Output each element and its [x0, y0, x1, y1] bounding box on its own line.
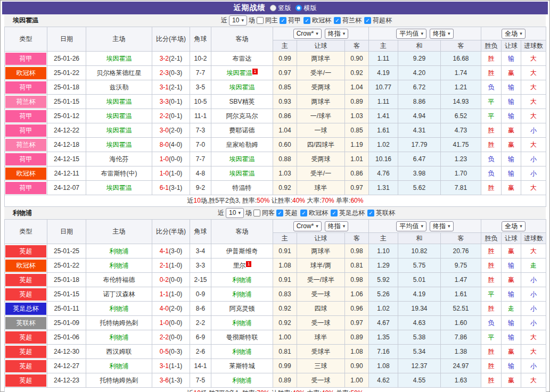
league-checkbox[interactable]: ✓ — [303, 17, 310, 24]
fulltime-score: 1-0 — [160, 155, 169, 163]
avg-away-cell: 1.61 — [441, 287, 481, 302]
league-checkbox-label[interactable]: 荷甲 — [288, 16, 301, 25]
score-cell: 2-2(0-0) — [152, 330, 190, 345]
odds-handicap-cell: 两球半 — [297, 244, 345, 258]
bookmaker-select[interactable]: Crow*▾ — [293, 29, 322, 39]
score-cell: 2-1(1-0) — [152, 258, 190, 273]
league-checkbox[interactable]: ✓ — [276, 210, 283, 216]
team-name-text: 埃因霍温 — [106, 127, 132, 134]
league-checkbox-label[interactable]: 欧冠杯 — [309, 208, 328, 218]
vertical-layout-radio[interactable] — [270, 5, 276, 11]
odds-handicap-cell: 受一球 — [297, 287, 345, 302]
match-row: 英超24-12-30西汉姆联0-5(0-3)2-6利物浦0.81受球半1.087… — [5, 345, 546, 359]
league-checkbox[interactable]: ✓ — [364, 17, 371, 24]
odds-handicap-cell: 四/四球半 — [297, 138, 345, 152]
vertical-layout-option[interactable]: 竖版 — [270, 4, 291, 13]
match-date: 25-01-12 — [47, 109, 86, 123]
avg-away-cell: 41.75 — [441, 138, 481, 152]
col-header-avg-away: 客 — [441, 40, 481, 52]
summary-segment: 50% — [257, 197, 269, 204]
odds-away-cell: 0.97 — [345, 316, 369, 330]
league-checkbox-label[interactable]: 英联杯 — [376, 208, 395, 218]
league-checkbox[interactable]: ✓ — [300, 210, 307, 216]
avg-away-cell: 1.63 — [441, 373, 481, 388]
handicap-result-cell: 输 — [502, 52, 521, 66]
league-checkbox[interactable]: ✓ — [280, 17, 286, 24]
horizontal-layout-radio[interactable] — [295, 5, 302, 11]
corners-cell: 7-7 — [190, 66, 211, 80]
team-name-text: 埃因霍温 — [106, 141, 132, 148]
same-venue-label[interactable]: 同主 — [265, 16, 278, 25]
away-team-cell: 埃因霍温 — [211, 80, 273, 95]
chevron-down-icon: ▾ — [448, 222, 450, 230]
results-table: 类型 日期 主场 比分(半场) 角球 客场 Crow*▾ 终指▾ 平均值 — [4, 27, 546, 207]
recent-count-select[interactable]: 10▾ — [229, 15, 247, 26]
winlose-result-cell: 负 — [481, 166, 502, 181]
horizontal-layout-label[interactable]: 横版 — [304, 4, 317, 13]
league-checkbox-label[interactable]: 荷超杯 — [373, 16, 392, 25]
away-team-cell: 特温特 — [211, 181, 273, 195]
final-odds-select-2[interactable]: 终指▾ — [430, 29, 454, 39]
away-team-cell: 里尔1 — [211, 258, 273, 273]
average-dropdown-cell: 平均值▾ 终指▾ — [369, 220, 481, 233]
halftime-score: (2-0) — [169, 127, 182, 134]
halftime-score: (0-0) — [169, 155, 182, 163]
scope-select[interactable]: 全场▾ — [502, 221, 526, 231]
league-checkbox-label[interactable]: 荷兰杯 — [342, 16, 362, 25]
final-odds-select-2[interactable]: 终指▾ — [430, 221, 454, 231]
home-team-cell: 利物浦 — [86, 244, 152, 258]
recent-count-select[interactable]: 10▾ — [226, 208, 244, 218]
same-venue-checkbox[interactable] — [257, 17, 264, 24]
league-badge: 荷甲 — [5, 53, 46, 65]
avg-home-cell: 10.77 — [369, 80, 398, 95]
league-checkbox[interactable]: ✓ — [331, 210, 338, 216]
same-venue-label[interactable]: 同客 — [262, 208, 275, 218]
avg-draw-cell: 12.37 — [398, 359, 441, 373]
halftime-score: (0-0) — [169, 319, 182, 327]
avg-home-cell: 1.08 — [369, 359, 398, 373]
same-venue-checkbox[interactable] — [253, 210, 260, 216]
league-checkbox[interactable]: ✓ — [334, 17, 341, 24]
team-name-text: 埃因霍温 — [229, 84, 255, 91]
halftime-score: (0-1) — [169, 98, 182, 105]
filter-controls: 近 10▾ 场 同客 ✓英超 ✓欧冠杯 ✓英足总杯 ✓英联杯 — [218, 208, 396, 218]
team-name-text: 利物浦 — [233, 276, 252, 283]
section-summary: 近10场,胜7平2负1, 胜率:70% 让胜率:40% 大率:40% 单率:50… — [5, 388, 546, 392]
halftime-score: (1-1) — [169, 362, 182, 370]
vertical-layout-label[interactable]: 竖版 — [278, 4, 291, 13]
score-cell: 3-3(0-1) — [152, 95, 190, 109]
goals-result-cell: 小 — [521, 302, 546, 316]
league-checkbox-label[interactable]: 英超 — [285, 208, 298, 218]
summary-segment: 70% — [322, 197, 334, 204]
away-team-cell: 埃因霍温 — [211, 152, 273, 166]
chevron-down-icon: ▾ — [421, 222, 423, 230]
col-header-avg-draw: 和 — [398, 233, 441, 244]
league-checkbox-label[interactable]: 欧冠杯 — [312, 16, 331, 25]
goals-result-cell: 大 — [521, 66, 546, 80]
average-select[interactable]: 平均值▾ — [396, 221, 426, 231]
match-row: 荷甲25-01-26埃因霍温3-2(2-1)10-2布雷达0.99两球半0.90… — [5, 52, 546, 66]
scope-select[interactable]: 全场▾ — [502, 29, 526, 39]
team-name-text: 贝尔格莱德红星 — [97, 69, 142, 77]
winlose-result-cell: 胜 — [481, 273, 502, 287]
league-checkbox-label[interactable]: 英足总杯 — [339, 208, 365, 218]
halftime-score: (0-3) — [169, 348, 182, 355]
fulltime-score: 2-2 — [160, 112, 169, 120]
section-team-name: 利物浦 — [13, 207, 32, 219]
avg-away-cell: 14.93 — [441, 95, 481, 109]
winlose-result-cell: 胜 — [481, 138, 502, 152]
team-section-liverpool: 利物浦 近 10▾ 场 同客 ✓英超 ✓欧冠杯 ✓英足总杯 ✓英联杯 — [2, 207, 548, 392]
score-cell: 1-0(1-0) — [152, 166, 190, 181]
avg-home-cell: 4.62 — [369, 373, 398, 388]
halftime-score: (2-1) — [169, 84, 182, 91]
average-select[interactable]: 平均值▾ — [396, 29, 426, 39]
bookmaker-select[interactable]: Crow*▾ — [293, 221, 322, 231]
final-odds-select[interactable]: 终指▾ — [325, 221, 349, 231]
home-team-cell: 利物浦 — [86, 330, 152, 345]
avg-away-cell: 24.97 — [441, 359, 481, 373]
horizontal-layout-option[interactable]: 横版 — [295, 4, 317, 13]
final-odds-select[interactable]: 终指▾ — [325, 29, 349, 39]
odds-away-cell: 0.96 — [345, 302, 369, 316]
col-header-date: 日期 — [47, 27, 86, 52]
league-checkbox[interactable]: ✓ — [367, 210, 374, 216]
